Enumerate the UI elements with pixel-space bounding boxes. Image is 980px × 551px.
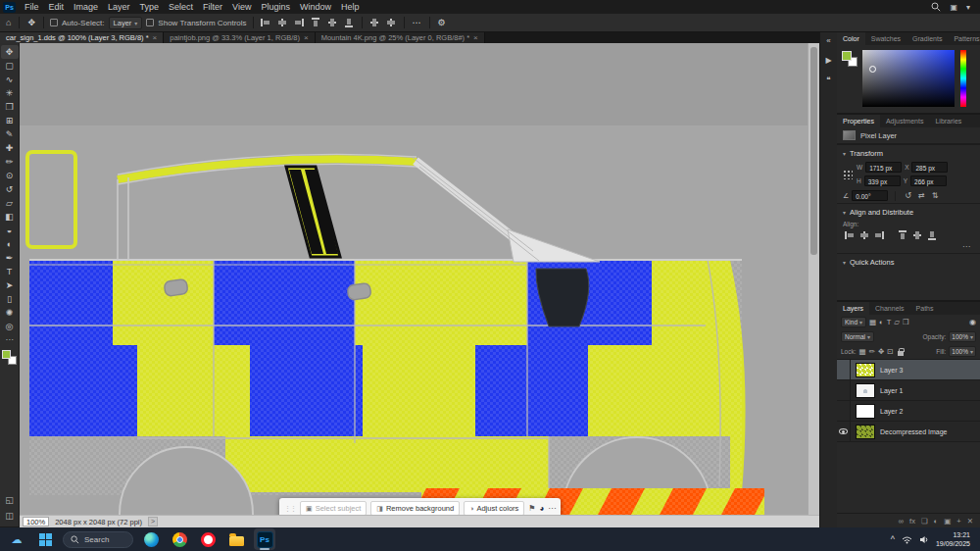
transform-section-header[interactable]: ▾ Transform — [837, 144, 980, 160]
photoshop-taskbar-icon[interactable]: Ps — [254, 528, 275, 550]
workspace-switcher-icon[interactable]: ▣ — [950, 3, 957, 12]
widgets-icon[interactable]: ☁ — [6, 528, 27, 550]
search-icon[interactable] — [931, 2, 941, 12]
edge-icon[interactable] — [140, 528, 162, 550]
blend-mode-select[interactable]: Normal▾ — [841, 331, 874, 342]
panel-tab[interactable]: Adjustments — [880, 115, 930, 127]
lock-position-icon[interactable]: ✥ — [878, 347, 884, 356]
link-layers-icon[interactable]: ∞ — [899, 517, 904, 526]
menu-item[interactable]: File — [20, 0, 44, 14]
quick-select-tool[interactable]: ✳ — [1, 86, 19, 100]
healing-brush-tool[interactable]: ✚ — [1, 141, 19, 155]
opacity-field[interactable]: 100%▾ — [949, 331, 976, 342]
close-icon[interactable]: × — [153, 33, 158, 42]
reference-point-icon[interactable] — [843, 170, 853, 179]
pen-tool[interactable]: ✒ — [1, 251, 19, 265]
align-center-horizontal-icon[interactable] — [277, 18, 287, 27]
rotation-field[interactable]: 0.00° — [852, 190, 888, 201]
show-transform-checkbox[interactable] — [146, 19, 154, 26]
layer-visibility-toggle[interactable] — [837, 380, 851, 401]
shape-tool[interactable]: ▯ — [1, 292, 19, 306]
align-right-icon[interactable] — [294, 18, 304, 27]
filter-adjustment-layers-icon[interactable]: ◐ — [879, 318, 884, 326]
menu-item[interactable]: View — [227, 0, 256, 14]
select-subject-button[interactable]: ▣ Select subject — [300, 501, 367, 515]
panel-tab[interactable]: Channels — [869, 302, 910, 315]
scrollbar-thumb[interactable] — [810, 47, 817, 255]
menu-item[interactable]: Window — [295, 0, 336, 14]
align-bottom-icon[interactable] — [344, 18, 354, 27]
align-top-icon[interactable] — [311, 18, 320, 27]
type-tool[interactable]: T — [1, 265, 19, 278]
color-cursor[interactable] — [869, 66, 876, 73]
comments-panel-icon[interactable]: ❝ — [826, 75, 830, 84]
chrome-icon[interactable] — [169, 528, 190, 550]
Layer 3[interactable]: Layer 3 — [837, 360, 980, 380]
flip-horizontal-icon[interactable]: ⇄ — [918, 191, 925, 200]
vertical-scrollbar[interactable] — [808, 43, 819, 515]
edit-toolbar-icon[interactable]: ⋯ — [6, 335, 14, 344]
lock-artboard-icon[interactable]: ⊡ — [887, 347, 893, 356]
taskbar-clock[interactable]: 13:21 19/09/2025 — [936, 530, 974, 548]
filter-smart-objects-icon[interactable]: ❒ — [903, 318, 909, 326]
feedback-flag-icon[interactable]: ⚑ — [528, 504, 535, 513]
panel-tab[interactable]: Patterns — [948, 32, 980, 45]
layer-visibility-toggle[interactable] — [837, 422, 851, 442]
history-brush-tool[interactable]: ↺ — [1, 182, 19, 196]
quick-mask-icon[interactable]: ◱ — [5, 495, 14, 505]
document-tab[interactable]: Mountain 4K.png @ 25% (Layer 0, RGB/8#) … — [316, 32, 485, 43]
saturation-brightness-box[interactable] — [862, 50, 955, 107]
panel-tab[interactable]: Layers — [837, 302, 869, 315]
align-center-vertical-icon[interactable] — [327, 18, 337, 27]
distribute-horizontal-icon[interactable] — [386, 18, 396, 27]
canvas-area[interactable]: ⋮⋮ ▣ Select subject ◨ Remove background … — [20, 43, 819, 515]
menu-item[interactable]: Edit — [44, 0, 70, 14]
menu-item[interactable]: Select — [164, 0, 198, 14]
fill-field[interactable]: 100%▾ — [949, 346, 976, 357]
menu-item[interactable]: Filter — [198, 0, 227, 14]
volume-icon[interactable] — [919, 535, 929, 544]
layer-filter-kind[interactable]: Kind▾ — [841, 317, 866, 327]
zoom-tool[interactable]: ◎ — [1, 320, 19, 333]
blur-tool[interactable]: ◒ — [1, 224, 19, 237]
menu-item[interactable]: Layer — [103, 0, 135, 14]
align-left-icon[interactable] — [261, 18, 270, 27]
close-icon[interactable]: × — [304, 33, 309, 42]
panel-tab[interactable]: Gradients — [906, 32, 948, 45]
more-options-icon[interactable]: ⋯ — [548, 504, 556, 513]
distribute-vertical-icon[interactable] — [369, 18, 379, 27]
move-tool-icon[interactable]: ✥ — [25, 18, 37, 27]
marquee-tool[interactable]: ▢ — [1, 59, 19, 73]
lock-all-icon[interactable] — [898, 351, 904, 356]
align-left-icon[interactable] — [845, 230, 855, 240]
align-bottom-icon[interactable] — [927, 230, 937, 240]
eraser-tool[interactable]: ▱ — [1, 196, 19, 210]
file-explorer-icon[interactable] — [225, 528, 247, 550]
y-field[interactable]: 266 px — [910, 175, 947, 186]
menu-item[interactable]: Image — [69, 0, 103, 14]
align-center-horizontal-icon[interactable] — [859, 230, 869, 240]
wifi-icon[interactable] — [902, 535, 912, 544]
new-layer-icon[interactable]: + — [956, 517, 960, 526]
more-align-icon[interactable]: ⋯ — [837, 241, 980, 253]
layer-effects-icon[interactable]: fx — [909, 517, 915, 526]
hue-slider[interactable] — [960, 50, 966, 107]
filter-type-layers-icon[interactable]: T — [887, 318, 892, 326]
menu-item[interactable]: Help — [336, 0, 365, 14]
document-tab[interactable]: car_sign_1.dds @ 100% (Layer 3, RGB/8) *… — [0, 32, 164, 43]
align-section-header[interactable]: ▾ Align and Distribute — [837, 203, 980, 219]
start-button[interactable] — [34, 528, 56, 550]
height-field[interactable]: 339 px — [864, 175, 901, 186]
layer-visibility-toggle[interactable] — [837, 401, 851, 422]
rotate-icon[interactable]: ↺ — [905, 191, 911, 200]
chevron-down-icon[interactable]: ▾ — [966, 3, 970, 12]
drag-handle[interactable]: ⋮⋮ — [284, 505, 296, 513]
color-wheel-icon[interactable]: ◕ — [540, 504, 545, 513]
align-center-vertical-icon[interactable] — [912, 230, 922, 240]
auto-select-checkbox[interactable] — [50, 19, 58, 26]
move-tool[interactable]: ✥ — [1, 45, 19, 59]
panel-tab[interactable]: Libraries — [929, 115, 967, 127]
taskbar-search[interactable]: Search — [63, 531, 133, 548]
gear-icon[interactable]: ⚙ — [436, 18, 448, 27]
filter-shape-layers-icon[interactable]: ▱ — [894, 318, 900, 326]
